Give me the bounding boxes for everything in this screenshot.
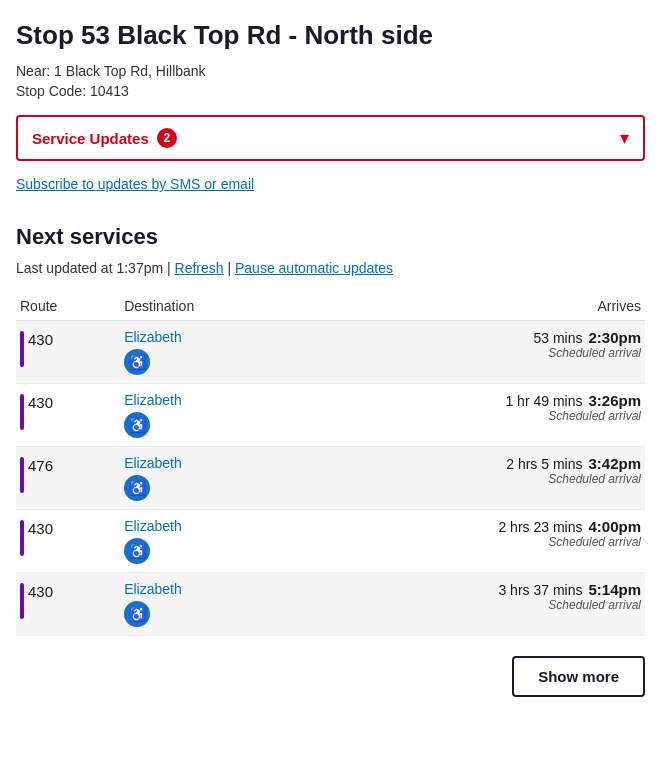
refresh-link[interactable]: Refresh — [175, 260, 224, 276]
route-bar — [20, 457, 24, 493]
wheelchair-icon: ♿ — [124, 412, 150, 438]
wheelchair-icon: ♿ — [124, 538, 150, 564]
service-updates-left: Service Updates 2 — [32, 128, 177, 148]
scheduled-label: Scheduled arrival — [303, 346, 641, 360]
wheelchair-icon: ♿ — [124, 601, 150, 627]
table-row: 476 Elizabeth ♿ 2 hrs 5 mins 3:42pm Sche… — [16, 447, 645, 510]
chevron-down-icon: ▾ — [620, 127, 629, 149]
route-cell: 430 — [16, 321, 120, 384]
service-updates-label: Service Updates — [32, 130, 149, 147]
last-updated-text: Last updated at 1:37pm — [16, 260, 163, 276]
show-more-container: Show more — [16, 656, 645, 697]
arrives-clock: 3:42pm — [588, 455, 641, 472]
destination-cell: Elizabeth ♿ — [120, 321, 299, 384]
table-row: 430 Elizabeth ♿ 1 hr 49 mins 3:26pm Sche… — [16, 384, 645, 447]
services-table: Route Destination Arrives 430 Elizabeth … — [16, 292, 645, 636]
scheduled-label: Scheduled arrival — [303, 409, 641, 423]
arrives-mins: 2 hrs 5 mins — [506, 456, 582, 472]
destination-name: Elizabeth — [124, 392, 295, 408]
route-number: 430 — [28, 518, 53, 537]
arrives-mins: 2 hrs 23 mins — [498, 519, 582, 535]
scheduled-label: Scheduled arrival — [303, 472, 641, 486]
route-number: 476 — [28, 455, 53, 474]
wheelchair-icon: ♿ — [124, 475, 150, 501]
arrives-cell: 2 hrs 23 mins 4:00pm Scheduled arrival — [299, 510, 645, 573]
arrives-mins: 53 mins — [533, 330, 582, 346]
route-bar — [20, 394, 24, 430]
route-number: 430 — [28, 392, 53, 411]
arrives-time: 1 hr 49 mins 3:26pm — [303, 392, 641, 409]
subscribe-link[interactable]: Subscribe to updates by SMS or email — [16, 176, 254, 192]
destination-name: Elizabeth — [124, 455, 295, 471]
stop-code: Stop Code: 10413 — [16, 83, 645, 99]
arrives-cell: 2 hrs 5 mins 3:42pm Scheduled arrival — [299, 447, 645, 510]
arrives-time: 53 mins 2:30pm — [303, 329, 641, 346]
destination-cell: Elizabeth ♿ — [120, 384, 299, 447]
arrives-cell: 3 hrs 37 mins 5:14pm Scheduled arrival — [299, 573, 645, 636]
arrives-time: 3 hrs 37 mins 5:14pm — [303, 581, 641, 598]
arrives-clock: 3:26pm — [588, 392, 641, 409]
col-arrives: Arrives — [299, 292, 645, 321]
service-updates-toggle[interactable]: Service Updates 2 ▾ — [16, 115, 645, 161]
show-more-button[interactable]: Show more — [512, 656, 645, 697]
col-destination: Destination — [120, 292, 299, 321]
arrives-mins: 1 hr 49 mins — [505, 393, 582, 409]
destination-name: Elizabeth — [124, 329, 295, 345]
table-row: 430 Elizabeth ♿ 3 hrs 37 mins 5:14pm Sch… — [16, 573, 645, 636]
destination-name: Elizabeth — [124, 581, 295, 597]
destination-cell: Elizabeth ♿ — [120, 447, 299, 510]
arrives-time: 2 hrs 23 mins 4:00pm — [303, 518, 641, 535]
scheduled-label: Scheduled arrival — [303, 598, 641, 612]
table-row: 430 Elizabeth ♿ 2 hrs 23 mins 4:00pm Sch… — [16, 510, 645, 573]
destination-cell: Elizabeth ♿ — [120, 510, 299, 573]
stop-code-value: 10413 — [90, 83, 129, 99]
route-cell: 430 — [16, 384, 120, 447]
wheelchair-icon: ♿ — [124, 349, 150, 375]
arrives-cell: 1 hr 49 mins 3:26pm Scheduled arrival — [299, 384, 645, 447]
route-number: 430 — [28, 581, 53, 600]
stop-code-label: Stop Code: — [16, 83, 86, 99]
arrives-mins: 3 hrs 37 mins — [498, 582, 582, 598]
route-number: 430 — [28, 329, 53, 348]
col-route: Route — [16, 292, 120, 321]
next-services-heading: Next services — [16, 224, 645, 250]
route-bar — [20, 331, 24, 367]
last-updated-bar: Last updated at 1:37pm | Refresh | Pause… — [16, 260, 645, 276]
service-updates-badge: 2 — [157, 128, 177, 148]
destination-cell: Elizabeth ♿ — [120, 573, 299, 636]
route-cell: 430 — [16, 510, 120, 573]
page-title: Stop 53 Black Top Rd - North side — [16, 20, 645, 51]
route-cell: 430 — [16, 573, 120, 636]
scheduled-label: Scheduled arrival — [303, 535, 641, 549]
arrives-cell: 53 mins 2:30pm Scheduled arrival — [299, 321, 645, 384]
pause-updates-link[interactable]: Pause automatic updates — [235, 260, 393, 276]
stop-near: Near: 1 Black Top Rd, Hillbank — [16, 63, 645, 79]
route-cell: 476 — [16, 447, 120, 510]
arrives-clock: 4:00pm — [588, 518, 641, 535]
route-bar — [20, 583, 24, 619]
table-row: 430 Elizabeth ♿ 53 mins 2:30pm Scheduled… — [16, 321, 645, 384]
arrives-clock: 2:30pm — [588, 329, 641, 346]
arrives-time: 2 hrs 5 mins 3:42pm — [303, 455, 641, 472]
arrives-clock: 5:14pm — [588, 581, 641, 598]
route-bar — [20, 520, 24, 556]
destination-name: Elizabeth — [124, 518, 295, 534]
